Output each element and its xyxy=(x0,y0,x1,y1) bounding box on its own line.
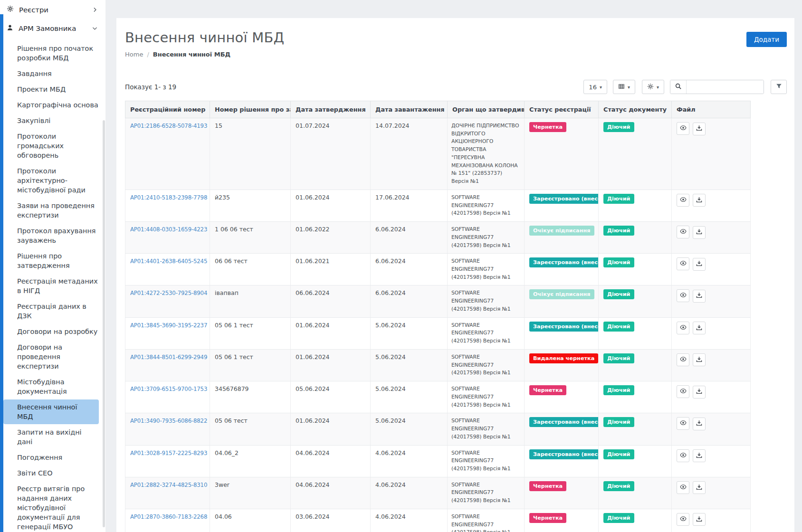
registration-number-link[interactable]: AP01:3709-6515-9700-1753 xyxy=(130,386,207,392)
table-row: AP01:3845-3690-3195-2237 05 06 1 тест 01… xyxy=(125,317,751,349)
sidebar-menu-item[interactable]: Реєстрація метаданих в НІГД xyxy=(0,274,105,298)
add-button[interactable]: Додати xyxy=(746,32,787,47)
download-button[interactable] xyxy=(693,194,706,207)
sidebar-menu-item[interactable]: Картографічна основа xyxy=(0,97,105,113)
download-button[interactable] xyxy=(693,513,706,526)
download-button[interactable] xyxy=(693,322,706,334)
sidebar-menu-item[interactable]: Містобудівна документація xyxy=(0,374,105,399)
search-group xyxy=(670,80,764,94)
sidebar-menu-item[interactable]: Договори на проведення експертизи xyxy=(0,340,105,374)
registration-number-link[interactable]: AP01:3490-7935-6086-8822 xyxy=(130,418,207,424)
breadcrumb: Home / Внесення чинної МБД xyxy=(125,51,284,58)
download-button[interactable] xyxy=(693,123,706,135)
column-header[interactable]: Файл xyxy=(672,101,751,118)
sidebar-section-label: АРМ Замовника xyxy=(19,24,76,32)
sidebar-menu-item[interactable]: Проекти МБД xyxy=(0,82,105,97)
download-button[interactable] xyxy=(693,290,706,303)
approval-date-cell: 05.06.2024 xyxy=(291,381,371,413)
view-button[interactable] xyxy=(677,257,689,270)
download-button[interactable] xyxy=(693,353,706,366)
column-header[interactable]: Орган що затвердив ... xyxy=(448,101,525,118)
sidebar-menu-item[interactable]: Договори на розробку xyxy=(0,324,105,339)
download-button[interactable] xyxy=(693,226,706,239)
eye-icon xyxy=(680,388,687,396)
view-button[interactable] xyxy=(677,385,689,398)
settings-dropdown[interactable]: ▾ xyxy=(642,80,664,94)
column-header[interactable]: Реєстраційний номер xyxy=(125,101,210,118)
column-header[interactable]: Номер рішення про зат... xyxy=(210,101,291,118)
view-button[interactable] xyxy=(677,322,689,334)
sidebar-menu-item[interactable]: Рішення про початок розробки МБД xyxy=(0,41,105,66)
view-button[interactable] xyxy=(677,513,689,526)
registration-number-link[interactable]: AP01:4408-0303-1659-4223 xyxy=(130,226,207,233)
column-header[interactable]: Дата затвердження xyxy=(291,101,371,118)
document-status-badge: Діючий xyxy=(603,353,634,363)
sidebar-menu-item[interactable]: Закупівлі xyxy=(0,113,105,128)
view-button[interactable] xyxy=(677,417,689,430)
registration-number-link[interactable]: AP01:2882-3274-4825-8310 xyxy=(130,482,207,488)
view-button[interactable] xyxy=(677,289,689,302)
registration-status-cell: Чернетка xyxy=(525,118,599,190)
sidebar: Реєстри АРМ Замовника Рішення про почато… xyxy=(0,0,105,532)
search-input[interactable] xyxy=(687,80,764,94)
sidebar-menu-item[interactable]: Протоколи громадських обговорень xyxy=(0,129,105,163)
approving-organ-cell: SOFTWARE ENGINEERING77 (42017598) Версія… xyxy=(448,285,525,317)
view-button[interactable] xyxy=(677,481,689,494)
columns-dropdown[interactable]: ▾ xyxy=(613,80,635,94)
column-header[interactable]: Статус реєстрації xyxy=(525,101,599,118)
download-icon xyxy=(696,197,702,204)
document-status-cell: Діючий xyxy=(599,509,672,532)
sidebar-menu-item[interactable]: Завдання xyxy=(0,66,105,81)
document-status-badge: Діючий xyxy=(603,194,634,204)
sidebar-menu-item[interactable]: Заяви на проведення експертизи xyxy=(0,198,105,223)
registration-status-cell: Зареєстровано (внесено реєст xyxy=(525,254,599,285)
view-button[interactable] xyxy=(677,449,689,462)
download-button[interactable] xyxy=(693,258,706,271)
breadcrumb-home-link[interactable]: Home xyxy=(125,51,143,58)
sidebar-scrollbar[interactable] xyxy=(103,120,105,527)
registration-number-link[interactable]: AP01:2870-3860-7183-2268 xyxy=(130,513,207,520)
caret-down-icon: ▾ xyxy=(628,85,630,90)
document-status-cell: Діючий xyxy=(599,222,672,254)
registration-number-link[interactable]: AP01:4401-2638-6405-5245 xyxy=(130,258,207,265)
table-row: AP01:2186-6528-5078-4193 15 01.07.2024 1… xyxy=(125,118,751,190)
sidebar-menu-item-label: Рішення про затвердження xyxy=(17,252,70,269)
sidebar-menu-item[interactable]: Запити на вихідні дані xyxy=(0,425,105,449)
registration-number-link[interactable]: AP01:4272-2530-7925-8904 xyxy=(130,290,207,296)
content-card: Внесення чинної МБД Home / Внесення чинн… xyxy=(116,18,794,532)
view-button[interactable] xyxy=(677,194,689,207)
sidebar-menu-item[interactable]: Реєстрація даних в ДЗК xyxy=(0,299,105,323)
search-button[interactable] xyxy=(670,80,687,94)
view-button[interactable] xyxy=(677,353,689,366)
column-header[interactable]: Статус документу xyxy=(599,101,672,118)
download-button[interactable] xyxy=(693,449,706,462)
column-header[interactable]: Дата завантаження xyxy=(371,101,448,118)
sidebar-menu-item[interactable]: Протокол врахування зауважень xyxy=(0,223,105,248)
download-button[interactable] xyxy=(693,418,706,430)
download-icon xyxy=(696,228,702,236)
sidebar-section-registries[interactable]: Реєстри xyxy=(0,0,105,19)
sidebar-menu-item[interactable]: Реєстр витягів про надання даних містобу… xyxy=(0,481,105,532)
sidebar-menu-item[interactable]: Погодження xyxy=(0,450,105,465)
filter-button[interactable] xyxy=(771,80,787,94)
sidebar-menu-item[interactable]: Протоколи архітектурно-містобудівної рад… xyxy=(0,163,105,198)
main-area: Внесення чинної МБД Home / Внесення чинн… xyxy=(105,0,802,532)
document-status-badge: Діючий xyxy=(603,513,634,523)
sidebar-menu-item[interactable]: Рішення про затвердження xyxy=(0,248,105,273)
registration-number-link[interactable]: AP01:2186-6528-5078-4193 xyxy=(130,123,207,129)
registration-number-link[interactable]: AP01:3028-9157-2225-8293 xyxy=(130,450,207,456)
view-button[interactable] xyxy=(677,226,689,238)
registration-number-link[interactable]: AP01:3845-3690-3195-2237 xyxy=(130,322,207,329)
decision-number-cell: 05 06 1 тест xyxy=(210,349,291,381)
sidebar-menu-item-label: Реєстр витягів про надання даних містобу… xyxy=(17,485,85,531)
registration-number-link[interactable]: AP01:2410-5183-2398-7798 xyxy=(130,194,207,201)
page-size-dropdown[interactable]: 16 ▾ xyxy=(583,80,607,94)
sidebar-section-arm-zamovnyka[interactable]: АРМ Замовника xyxy=(0,19,105,38)
registration-number-link[interactable]: AP01:3844-8501-6299-2949 xyxy=(130,354,207,361)
sidebar-menu-item[interactable]: Звіти СЕО xyxy=(0,466,105,481)
download-button[interactable] xyxy=(693,481,706,494)
view-button[interactable] xyxy=(677,122,689,135)
download-button[interactable] xyxy=(693,386,706,399)
approval-date-cell: 03.06.2024 xyxy=(291,509,371,532)
sidebar-menu-item[interactable]: Внесення чинної МБД xyxy=(3,399,99,424)
